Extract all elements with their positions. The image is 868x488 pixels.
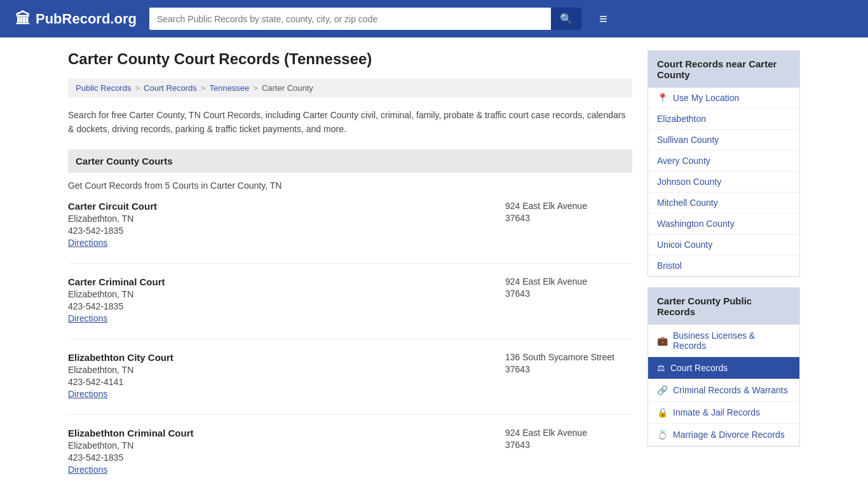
record-links-list: 💼Business Licenses & Records⚖Court Recor… (648, 325, 799, 446)
directions-link[interactable]: Directions (68, 389, 107, 399)
court-name: Carter Criminal Court (68, 276, 505, 287)
court-entry: Elizabethton City Court Elizabethton, TN… (68, 352, 632, 415)
record-label: Criminal Records & Warrants (673, 385, 788, 395)
court-address: 924 East Elk Avenue (505, 276, 632, 287)
header: 🏛 PubRecord.org 🔍 ≡ (0, 0, 868, 37)
courts-section: Carter County Courts Get Court Records f… (68, 149, 632, 488)
search-icon: 🔍 (560, 13, 573, 24)
sidebar: Court Records near Carter County 📍 Use M… (648, 50, 800, 488)
nearby-location-item[interactable]: Avery County (648, 151, 799, 172)
nearby-location-item[interactable]: Johnson County (648, 172, 799, 193)
court-name: Elizabethton Criminal Court (68, 428, 505, 438)
record-label: Business Licenses & Records (673, 330, 790, 351)
nearby-location-item[interactable]: Washington County (648, 214, 799, 234)
record-icon: 🔗 (657, 385, 668, 395)
record-label: Court Records (670, 363, 728, 373)
court-zip: 37643 (505, 364, 632, 374)
page-wrapper: Carter County Court Records (Tennessee) … (53, 37, 815, 488)
breadcrumb-court-records[interactable]: Court Records (144, 83, 197, 93)
court-phone: 423-542-1835 (68, 452, 505, 463)
court-phone: 423-542-1835 (68, 301, 505, 311)
use-location-label: Use My Location (673, 93, 739, 103)
sidebar-public-records-title: Carter County Public Records (648, 288, 799, 325)
record-link-item[interactable]: 💼Business Licenses & Records (648, 325, 799, 357)
court-entry: Carter Circuit Court Elizabethton, TN 42… (68, 201, 632, 264)
breadcrumb-carter-county: Carter County (262, 83, 313, 93)
court-city: Elizabethton, TN (68, 289, 505, 299)
court-zip: 37643 (505, 440, 632, 450)
nearby-location-item[interactable]: Unicoi County (648, 234, 799, 255)
breadcrumb-tennessee[interactable]: Tennessee (209, 83, 249, 93)
court-name: Carter Circuit Court (68, 201, 505, 212)
court-city: Elizabethton, TN (68, 440, 505, 451)
search-container: 🔍 (149, 8, 581, 30)
directions-link[interactable]: Directions (68, 464, 107, 475)
logo-icon: 🏛 (15, 10, 31, 28)
logo[interactable]: 🏛 PubRecord.org (15, 10, 137, 28)
nearby-location-item[interactable]: Sullivan County (648, 130, 799, 151)
courts-subtext: Get Court Records from 5 Courts in Carte… (68, 180, 632, 191)
court-address: 924 East Elk Avenue (505, 428, 632, 438)
courts-list: Carter Circuit Court Elizabethton, TN 42… (68, 201, 632, 488)
record-link-item[interactable]: ⚖Court Records (648, 357, 799, 379)
record-icon: 🔒 (657, 407, 668, 417)
record-link-item[interactable]: 💍Marriage & Divorce Records (648, 424, 799, 446)
search-input[interactable] (149, 8, 551, 30)
nearby-location-item[interactable]: Elizabethton (648, 109, 799, 130)
record-label: Marriage & Divorce Records (673, 430, 785, 440)
court-city: Elizabethton, TN (68, 365, 505, 375)
record-icon: ⚖ (657, 363, 665, 373)
court-phone: 423-542-4141 (68, 377, 505, 387)
hamburger-icon: ≡ (599, 11, 607, 27)
menu-button[interactable]: ≡ (599, 11, 607, 27)
directions-link[interactable]: Directions (68, 238, 107, 248)
court-address: 136 South Sycamore Street (505, 352, 632, 362)
courts-section-heading: Carter County Courts (68, 149, 632, 173)
description: Search for free Carter County, TN Court … (68, 108, 632, 137)
page-title: Carter County Court Records (Tennessee) (68, 50, 632, 68)
record-link-item[interactable]: 🔗Criminal Records & Warrants (648, 379, 799, 402)
record-icon: 💍 (657, 430, 668, 440)
logo-text: PubRecord.org (36, 11, 137, 27)
nearby-locations-list: ElizabethtonSullivan CountyAvery CountyJ… (648, 109, 799, 276)
record-link-item[interactable]: 🔒Inmate & Jail Records (648, 402, 799, 424)
court-phone: 423-542-1835 (68, 226, 505, 236)
court-zip: 37643 (505, 288, 632, 299)
court-name: Elizabethton City Court (68, 352, 505, 363)
sidebar-nearby: Court Records near Carter County 📍 Use M… (648, 50, 800, 277)
record-label: Inmate & Jail Records (673, 407, 760, 417)
court-zip: 37643 (505, 213, 632, 223)
location-pin-icon: 📍 (657, 93, 668, 103)
sidebar-public-records: Carter County Public Records 💼Business L… (648, 287, 800, 447)
nearby-location-item[interactable]: Bristol (648, 255, 799, 276)
record-icon: 💼 (657, 336, 668, 346)
directions-link[interactable]: Directions (68, 313, 107, 323)
sidebar-nearby-title: Court Records near Carter County (648, 51, 799, 88)
search-button[interactable]: 🔍 (551, 8, 581, 30)
nearby-location-item[interactable]: Mitchell County (648, 193, 799, 214)
breadcrumb-public-records[interactable]: Public Records (76, 83, 131, 93)
breadcrumb: Public Records > Court Records > Tenness… (68, 78, 632, 98)
court-address: 924 East Elk Avenue (505, 201, 632, 211)
court-city: Elizabethton, TN (68, 214, 505, 224)
use-my-location[interactable]: 📍 Use My Location (648, 88, 799, 109)
court-entry: Elizabethton Criminal Court Elizabethton… (68, 428, 632, 488)
main-content: Carter County Court Records (Tennessee) … (68, 50, 632, 488)
court-entry: Carter Criminal Court Elizabethton, TN 4… (68, 276, 632, 339)
